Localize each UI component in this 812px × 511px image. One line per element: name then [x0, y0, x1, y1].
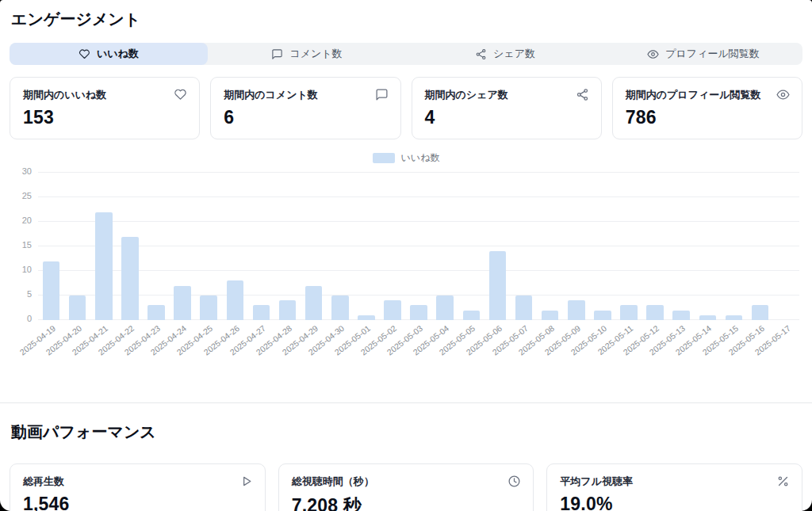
clock-icon	[508, 475, 521, 491]
bar-2025-05-04[interactable]	[436, 296, 454, 320]
bar-slot-2025-05-14	[695, 173, 721, 320]
bar-slot-2025-05-05	[458, 173, 485, 320]
y-axis-tick-label: 20	[22, 215, 32, 225]
bar-slot-2025-04-27	[248, 173, 274, 320]
eye-icon	[776, 88, 790, 105]
bar-slot-2025-04-24	[170, 173, 196, 320]
bar-2025-05-10[interactable]	[594, 311, 611, 320]
stat-card-total-watch-time: 総視聴時間（秒）7,208 秒	[278, 463, 534, 511]
comment-icon	[375, 88, 389, 105]
section-divider	[0, 402, 812, 403]
bar-2025-04-30[interactable]	[331, 296, 349, 320]
bar-slot-2025-04-25	[196, 173, 222, 320]
bar-slot-2025-04-20	[64, 173, 90, 320]
tab-label: プロフィール閲覧数	[665, 47, 760, 61]
bar-2025-04-20[interactable]	[69, 296, 86, 320]
bar-slot-2025-05-10	[589, 173, 615, 320]
bar-2025-04-28[interactable]	[279, 300, 297, 320]
bar-2025-04-24[interactable]	[174, 286, 191, 320]
bar-2025-05-16[interactable]	[752, 305, 769, 320]
bar-slot-2025-05-15	[721, 173, 747, 320]
tab-label: コメント数	[289, 47, 342, 61]
tab-shares[interactable]: シェア数	[406, 43, 604, 65]
stat-card-label: 総視聴時間（秒）	[292, 475, 521, 488]
chart-x-axis-labels: 2025-04-192025-04-202025-04-212025-04-22…	[38, 320, 799, 371]
bar-2025-05-02[interactable]	[384, 300, 401, 320]
bar-2025-04-29[interactable]	[305, 286, 323, 320]
stat-card-label: 総再生数	[23, 475, 252, 488]
bar-2025-05-13[interactable]	[672, 311, 690, 320]
stat-card-likes: 期間内のいいね数153	[10, 77, 200, 139]
bar-2025-04-21[interactable]	[95, 212, 113, 320]
stat-card-value: 786	[626, 107, 789, 128]
stat-card-label: 期間内のコメント数	[224, 88, 387, 101]
stat-card-value: 4	[425, 107, 588, 128]
eye-icon	[647, 48, 659, 60]
bar-slot-2025-05-08	[537, 173, 563, 320]
stat-card-label: 平均フル視聴率	[560, 475, 789, 488]
bar-slot-2025-04-28	[274, 173, 301, 320]
tab-profile-views[interactable]: プロフィール閲覧数	[604, 43, 802, 65]
stat-card-total-plays: 総再生数1,546	[10, 463, 266, 511]
bar-2025-05-05[interactable]	[463, 311, 481, 320]
share-icon	[576, 88, 589, 105]
percent-icon	[776, 475, 790, 491]
heart-icon	[174, 88, 187, 105]
bar-2025-05-03[interactable]	[410, 305, 427, 320]
play-icon	[239, 475, 253, 491]
tab-label: シェア数	[493, 47, 535, 61]
bar-2025-04-27[interactable]	[253, 305, 270, 320]
bar-2025-05-09[interactable]	[568, 300, 585, 320]
video-performance-section-title: 動画パフォーマンス	[11, 421, 801, 443]
bar-slot-2025-05-13	[668, 173, 695, 320]
stat-card-avg-full-view-rate: 平均フル視聴率19.0%	[546, 463, 802, 511]
bar-2025-05-11[interactable]	[620, 305, 638, 320]
y-axis-tick-label: 10	[22, 265, 32, 274]
y-axis-tick-label: 25	[22, 191, 32, 200]
heart-icon	[79, 48, 90, 60]
bar-2025-04-26[interactable]	[227, 280, 244, 320]
bar-slot-2025-04-29	[301, 173, 327, 320]
y-axis-tick-label: 5	[27, 289, 32, 299]
stat-card-value: 19.0%	[560, 494, 789, 511]
engagement-stat-cards: 期間内のいいね数153期間内のコメント数6期間内のシェア数4期間内のプロフィール…	[10, 77, 802, 139]
bar-2025-04-23[interactable]	[147, 305, 165, 320]
likes-bar-chart: いいね数 051015202530 2025-04-192025-04-2020…	[10, 152, 802, 371]
bar-slot-2025-05-09	[563, 173, 589, 320]
stat-card-comments: 期間内のコメント数6	[210, 77, 400, 139]
stat-card-label: 期間内のプロフィール閲覧数	[626, 88, 789, 101]
engagement-section-title: エンゲージメント	[11, 8, 801, 30]
bar-slot-2025-05-03	[406, 173, 432, 320]
bar-slot-2025-04-26	[222, 173, 248, 320]
stat-card-value: 153	[23, 107, 186, 128]
y-axis-tick-label: 15	[22, 240, 32, 250]
bar-2025-05-08[interactable]	[542, 311, 559, 320]
bar-2025-05-07[interactable]	[515, 296, 533, 320]
bar-2025-04-25[interactable]	[200, 296, 217, 320]
bar-slot-2025-05-11	[615, 173, 642, 320]
bar-slot-2025-04-21	[90, 173, 117, 320]
tab-comments[interactable]: コメント数	[208, 43, 406, 65]
video-performance-cards: 総再生数1,546総視聴時間（秒）7,208 秒平均フル視聴率19.0%	[10, 463, 802, 511]
bar-slot-2025-05-12	[642, 173, 668, 320]
bar-slot-2025-05-01	[353, 173, 379, 320]
bar-slot-2025-05-07	[511, 173, 537, 320]
bar-2025-04-22[interactable]	[121, 237, 139, 320]
comment-icon	[271, 48, 283, 60]
engagement-tabs: いいね数コメント数シェア数プロフィール閲覧数	[10, 43, 802, 65]
tab-likes[interactable]: いいね数	[10, 43, 208, 65]
y-axis-tick-label: 30	[22, 166, 32, 176]
chart-plot: 051015202530	[38, 173, 799, 320]
bar-2025-04-19[interactable]	[43, 261, 60, 320]
stat-card-shares: 期間内のシェア数4	[412, 77, 602, 139]
bar-2025-05-12[interactable]	[646, 305, 664, 320]
bar-slot-2025-04-22	[117, 173, 143, 320]
stat-card-value: 1,546	[23, 494, 252, 511]
stat-card-label: 期間内のいいね数	[23, 88, 186, 101]
bar-2025-05-06[interactable]	[489, 251, 507, 320]
bar-slot-2025-05-17	[773, 173, 799, 320]
share-icon	[475, 48, 487, 60]
bar-slot-2025-05-02	[379, 173, 405, 320]
stat-card-label: 期間内のシェア数	[425, 88, 588, 101]
bar-slot-2025-04-30	[327, 173, 353, 320]
